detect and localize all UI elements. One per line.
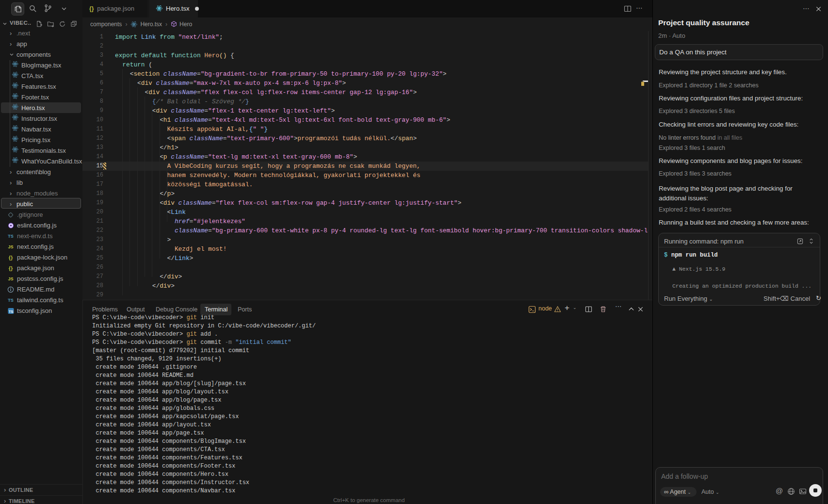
svg-text:TS: TS [8, 309, 13, 313]
